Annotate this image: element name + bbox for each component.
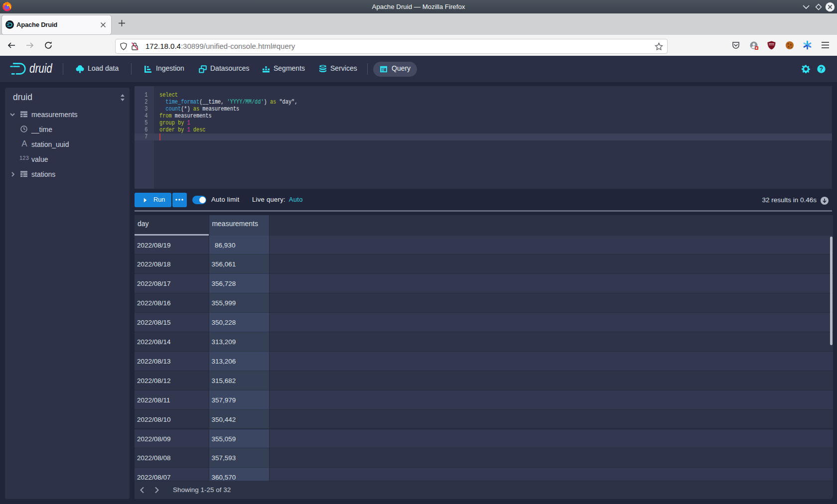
svg-text:?: ? (820, 66, 823, 73)
